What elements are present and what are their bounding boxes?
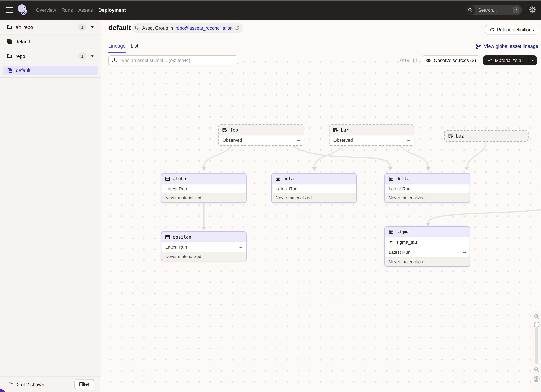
asset-node-delta[interactable]: delta Latest Run– Never materialized (384, 173, 470, 203)
tag-prefix: Asset Group in (142, 25, 173, 31)
status-label: Latest Run (165, 244, 187, 250)
table-asset-icon (165, 234, 170, 239)
refresh-timer: 0:18 (400, 58, 409, 63)
sidebar-item-repo[interactable]: repo 1 (0, 49, 101, 63)
top-navigation-bar: Overview Runs Assets Deployment / (0, 0, 541, 20)
sidebar-item-default-group-selected[interactable]: default (3, 66, 98, 75)
status-value: – (239, 186, 242, 191)
dagster-logo[interactable] (17, 4, 29, 16)
reload-definitions-label: Reload definitions (497, 27, 534, 32)
status-value: – (297, 137, 300, 143)
asset-count-badge: 1 (78, 23, 87, 31)
sidebar-item-alt-repo[interactable]: alt_repo 1 (0, 20, 101, 35)
op-selector-icon (112, 58, 117, 63)
table-asset-icon (388, 229, 394, 234)
asset-node-alpha[interactable]: alpha Latest Run– Never materialized (161, 173, 246, 203)
asset-node-bar[interactable]: bar Observed– (329, 124, 414, 146)
search-input[interactable] (475, 7, 514, 13)
asset-check-icon (388, 239, 394, 245)
sidebar-item-label: repo (16, 53, 25, 59)
materialization-status: Never materialized (272, 193, 356, 202)
eye-icon (426, 58, 431, 63)
asset-node-foo[interactable]: foo Observed– (218, 124, 304, 146)
asset-name: delta (396, 176, 409, 181)
refresh-icon[interactable] (412, 58, 417, 63)
folder-icon (8, 382, 13, 387)
asset-node-beta[interactable]: beta Latest Run– Never materialized (271, 173, 357, 203)
observe-sources-label: Observe sources (2) (434, 58, 476, 63)
asset-group-icon (135, 25, 140, 31)
materialization-status: Never materialized (161, 193, 246, 202)
source-asset-icon (222, 127, 227, 132)
materialization-status: Never materialized (385, 257, 470, 266)
status-value: – (463, 249, 466, 255)
reload-definitions-button[interactable]: Reload definitions (485, 25, 538, 34)
asset-name: baz (456, 133, 464, 138)
materialize-all-button[interactable]: Materialize all (483, 56, 528, 65)
zoom-controls (532, 310, 541, 392)
status-value: – (407, 137, 410, 143)
materialize-options-caret[interactable] (528, 56, 537, 65)
view-global-asset-lineage-link[interactable]: View global asset lineage (476, 43, 538, 49)
materialization-status: Never materialized (161, 252, 246, 261)
asset-check-row[interactable]: sigma_tau (385, 237, 470, 247)
lineage-edges (101, 53, 541, 392)
materialize-split-button: Materialize all (483, 56, 537, 65)
nav-assets[interactable]: Assets (78, 7, 93, 13)
asset-name: beta (283, 176, 294, 181)
page-title: default (108, 24, 131, 32)
zoom-slider-track[interactable] (536, 326, 538, 364)
source-asset-icon (333, 127, 338, 132)
asset-group-header: default Asset Group in repo@assets_recon… (101, 20, 541, 53)
filter-button[interactable]: Filter (74, 379, 94, 389)
asset-node-sigma[interactable]: sigma sigma_tau Latest Run– Never materi… (384, 226, 470, 267)
chevron-down-icon[interactable] (91, 26, 94, 28)
search-shortcut-badge: / (514, 7, 519, 13)
nav-runs[interactable]: Runs (62, 7, 73, 13)
asset-name: sigma (396, 229, 409, 234)
source-asset-icon (448, 133, 453, 138)
status-value: – (350, 186, 352, 191)
sidebar-item-default-group-alt[interactable]: default (0, 35, 101, 49)
global-search[interactable]: / (465, 5, 522, 15)
observe-sources-button[interactable]: Observe sources (2) (422, 56, 480, 65)
refresh-icon[interactable] (235, 26, 239, 30)
asset-count-badge: 1 (78, 52, 87, 60)
zoom-in-icon[interactable] (534, 314, 540, 320)
asset-node-baz[interactable]: baz (444, 130, 528, 141)
repository-sidebar: alt_repo 1 default repo 1 default 2 of 2… (0, 20, 101, 392)
tab-list[interactable]: List (131, 39, 138, 53)
shown-count-label: 2 of 2 shown (17, 382, 44, 387)
folder-icon (7, 25, 12, 30)
materialization-status: Never materialized (385, 193, 470, 202)
sidebar-item-label: alt_repo (16, 24, 33, 30)
status-value: – (463, 186, 466, 191)
gear-icon[interactable] (529, 6, 536, 13)
asset-name: epsilon (173, 234, 191, 239)
zoom-slider-handle[interactable] (534, 322, 540, 327)
materialize-all-label: Materialize all (495, 58, 523, 63)
asset-name: bar (341, 127, 349, 132)
table-asset-icon (165, 176, 170, 181)
view-tabs: Lineage List (108, 39, 138, 53)
asset-lineage-graph[interactable]: 0:18 Observe sources (2) Materialize all… (101, 53, 541, 392)
hamburger-menu-icon[interactable] (5, 7, 13, 13)
download-view-icon[interactable] (533, 376, 540, 382)
zoom-out-icon[interactable] (534, 367, 540, 373)
status-label: Latest Run (165, 186, 187, 191)
repo-location-link[interactable]: repo@assets_reconciliation (175, 25, 233, 31)
asset-node-epsilon[interactable]: epsilon Latest Run– Never materialized (161, 231, 246, 261)
asset-name: alpha (173, 176, 186, 181)
asset-subset-input[interactable] (119, 58, 234, 63)
check-name: sigma_tau (396, 239, 417, 245)
sidebar-item-label: default (16, 39, 30, 44)
status-label: Latest Run (276, 186, 297, 191)
asset-subset-filter[interactable] (108, 56, 238, 65)
status-label: Observed (223, 137, 242, 143)
asset-name: foo (230, 127, 238, 132)
status-label: Latest Run (389, 249, 410, 255)
tab-lineage[interactable]: Lineage (108, 39, 125, 53)
nav-overview[interactable]: Overview (36, 7, 56, 13)
nav-deployment[interactable]: Deployment (98, 7, 126, 13)
chevron-down-icon[interactable] (91, 55, 94, 57)
